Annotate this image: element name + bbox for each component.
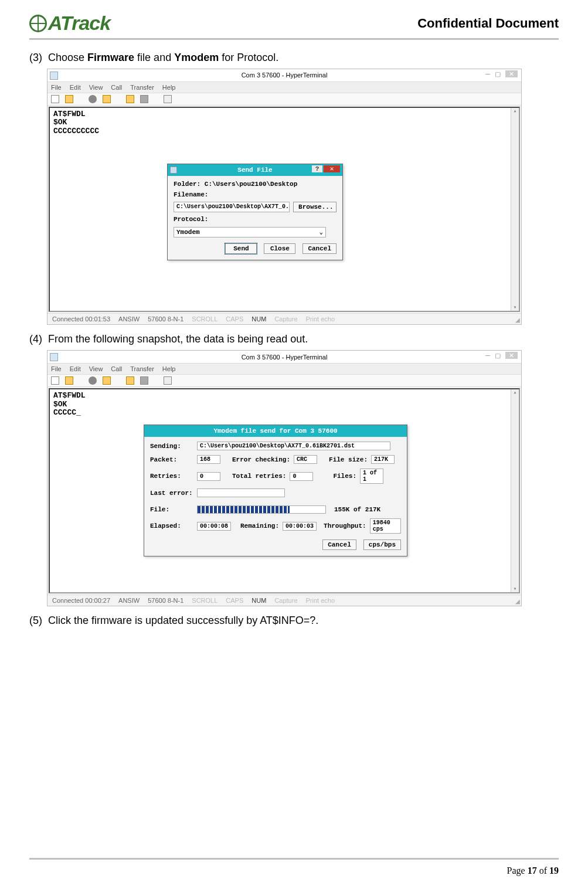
terminal-line: AT$FWDL <box>53 392 515 400</box>
connect-icon[interactable] <box>89 376 97 385</box>
status-bar: Connected 00:01:53 ANSIW 57600 8-N-1 SCR… <box>47 313 521 324</box>
file-progress-text: 155K of 217K <box>334 506 380 513</box>
resize-grip-icon[interactable]: ◢ <box>515 598 520 605</box>
step-4-text: (4) From the following snapshot, the dat… <box>29 333 559 345</box>
status-printecho: Print echo <box>306 315 335 323</box>
menu-view[interactable]: View <box>89 84 103 91</box>
menu-file[interactable]: File <box>51 365 62 372</box>
help-icon[interactable]: ? <box>312 165 322 172</box>
status-num: NUM <box>251 315 266 323</box>
sending-value: C:\Users\pou2100\Desktop\AX7T_0.61BK2701… <box>197 442 390 450</box>
file-label: File: <box>150 506 193 513</box>
menu-edit[interactable]: Edit <box>70 84 81 91</box>
page-pre: Page <box>507 866 528 875</box>
page-mid: of <box>537 866 549 875</box>
open-icon[interactable] <box>65 95 73 103</box>
menu-call[interactable]: Call <box>111 84 122 91</box>
close-icon[interactable]: ✕ <box>505 70 518 77</box>
send-button[interactable]: Send <box>225 243 257 254</box>
filename-input[interactable]: C:\Users\pou2100\Desktop\AX7T_0.61B1545.… <box>174 202 290 212</box>
cpsbps-button[interactable]: cps/bps <box>363 539 401 550</box>
step-text: From the following snapshot, the data is… <box>48 333 308 345</box>
maximize-icon[interactable]: ▢ <box>495 352 501 359</box>
phone-icon[interactable] <box>103 376 111 385</box>
status-connected: Connected 00:00:27 <box>52 597 110 604</box>
window-title: Com 3 57600 - HyperTerminal <box>242 72 328 79</box>
resize-grip-icon[interactable]: ◢ <box>515 317 520 323</box>
terminal-area[interactable]: AT$FWDL $OK CCCCCCCCCC Send File ? ✕ Fol… <box>49 107 520 312</box>
window-titlebar[interactable]: Com 3 57600 - HyperTerminal ─ ▢ ✕ <box>47 351 521 364</box>
minimize-icon[interactable]: ─ <box>485 352 490 359</box>
window-titlebar[interactable]: Com 3 57600 - HyperTerminal ─ ▢ ✕ <box>47 69 521 82</box>
menu-edit[interactable]: Edit <box>70 365 81 372</box>
menu-help[interactable]: Help <box>162 84 176 91</box>
sending-label: Sending: <box>150 443 193 450</box>
properties-icon[interactable] <box>164 95 172 103</box>
close-icon[interactable]: ✕ <box>505 352 518 359</box>
protocol-label: Protocol: <box>174 216 337 223</box>
menu-call[interactable]: Call <box>111 365 122 372</box>
menu-view[interactable]: View <box>89 365 103 372</box>
throughput-value: 19840 cps <box>370 518 401 534</box>
retries-value: 0 <box>197 472 220 481</box>
menu-transfer[interactable]: Transfer <box>130 84 154 91</box>
status-scroll: SCROLL <box>192 315 217 323</box>
cancel-button[interactable]: Cancel <box>322 539 356 550</box>
browse-button[interactable]: Browse... <box>293 202 337 212</box>
menu-file[interactable]: File <box>51 84 62 91</box>
progress-fill <box>198 506 290 513</box>
open-icon[interactable] <box>65 376 73 385</box>
phone-icon[interactable] <box>103 95 111 103</box>
status-config: 57600 8-N-1 <box>148 597 183 604</box>
step-5-text: (5) Click the firmware is updated succes… <box>29 615 559 627</box>
protocol-value: Ymodem <box>176 229 200 236</box>
properties-icon[interactable] <box>164 376 172 385</box>
step-number: (5) <box>29 615 42 626</box>
screenshot-sendfile: Com 3 57600 - HyperTerminal ─ ▢ ✕ File E… <box>47 69 522 325</box>
terminal-area[interactable]: AT$FWDL $OK CCCCC_ Ymodem file send for … <box>49 388 520 593</box>
packet-label: Packet: <box>150 456 193 463</box>
receive-icon[interactable] <box>140 376 148 385</box>
status-caps: CAPS <box>226 597 243 604</box>
scrollbar[interactable] <box>511 108 519 311</box>
close-button[interactable]: Close <box>264 243 295 254</box>
retries-label: Retries: <box>150 473 193 480</box>
filesize-label: File size: <box>329 456 368 463</box>
dialog-titlebar[interactable]: Send File ? ✕ <box>168 164 342 176</box>
menu-help[interactable]: Help <box>162 365 176 372</box>
files-value: 1 of 1 <box>360 469 383 484</box>
terminal-line: CCCCC_ <box>53 409 515 417</box>
cancel-button[interactable]: Cancel <box>303 243 337 254</box>
protocol-select[interactable]: Ymodem ⌄ <box>174 227 326 237</box>
connect-icon[interactable] <box>89 95 97 103</box>
maximize-icon[interactable]: ▢ <box>495 70 501 77</box>
menu-bar: File Edit View Call Transfer Help <box>47 364 521 375</box>
scrollbar[interactable] <box>511 389 519 592</box>
send-icon[interactable] <box>126 95 134 103</box>
new-icon[interactable] <box>51 95 59 103</box>
target-icon <box>29 15 47 32</box>
step-number: (3) <box>29 52 42 63</box>
filename-label: Filename: <box>174 191 337 198</box>
close-icon[interactable]: ✕ <box>324 165 340 172</box>
menu-transfer[interactable]: Transfer <box>130 365 154 372</box>
send-icon[interactable] <box>126 376 134 385</box>
status-bar: Connected 00:00:27 ANSIW 57600 8-N-1 SCR… <box>47 595 521 606</box>
step-text: Click the firmware is updated successful… <box>48 615 318 626</box>
elapsed-label: Elapsed: <box>150 522 193 530</box>
step-text: file and <box>134 52 174 63</box>
receive-icon[interactable] <box>140 95 148 103</box>
status-scroll: SCROLL <box>192 597 217 604</box>
dialog-icon <box>170 167 177 174</box>
minimize-icon[interactable]: ─ <box>485 70 490 77</box>
files-label: Files: <box>333 473 356 480</box>
new-icon[interactable] <box>51 376 59 385</box>
dialog-titlebar[interactable]: Ymodem file send for Com 3 57600 <box>144 425 407 437</box>
confidential-label: Confidential Document <box>417 16 559 31</box>
window-controls: ─ ▢ ✕ <box>485 352 518 359</box>
step-3-text: (3) Choose Firmware file and Ymodem for … <box>29 52 559 64</box>
packet-value: 168 <box>197 455 220 464</box>
send-file-dialog: Send File ? ✕ Folder: C:\Users\pou2100\D… <box>167 164 343 260</box>
errorcheck-label: Error checking: <box>232 456 290 463</box>
dialog-title: Ymodem file send for Com 3 57600 <box>213 427 337 435</box>
